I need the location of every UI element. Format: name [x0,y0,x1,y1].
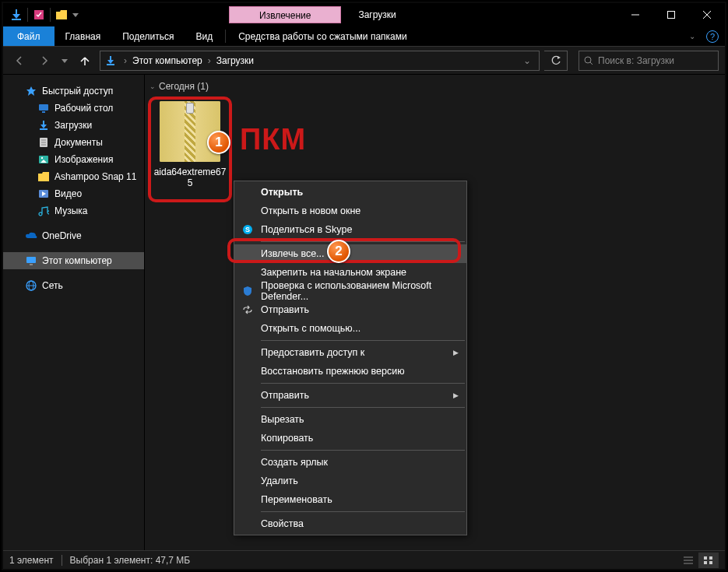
documents-icon [37,136,50,149]
maximize-button[interactable] [653,3,689,26]
content-pane[interactable]: ⌄ Сегодня (1) aida64extreme675 1 ПКМ Отк… [145,75,725,550]
ctx-cut[interactable]: Вырезать [234,410,466,429]
svg-marker-11 [107,60,114,64]
skype-icon: S [241,223,255,237]
forward-button[interactable] [34,51,55,71]
shield-icon [241,284,255,298]
zip-file-icon [160,101,220,162]
quick-access-toolbar [3,6,81,23]
sidebar-ashampoo[interactable]: Ashampoo Snap 11 [3,168,144,185]
ribbon-compressed-tab[interactable]: Средства работы со сжатыми папками [227,26,418,46]
ctx-rename[interactable]: Переименовать [234,490,466,509]
icons-view-icon[interactable] [698,553,719,568]
ctx-label: Извлечь все... [261,248,325,259]
ribbon-home-tab[interactable]: Главная [55,26,112,46]
recent-dropdown-icon[interactable] [59,51,70,71]
ribbon-share-tab[interactable]: Поделиться [111,26,185,46]
share-icon [241,303,255,317]
svg-rect-32 [30,264,33,265]
sidebar-pictures[interactable]: Изображения [3,151,144,168]
svg-rect-42 [709,556,712,560]
ctx-give-access[interactable]: Предоставить доступ к▶ [234,343,466,362]
sidebar-item-label: Рабочий стол [55,103,113,114]
sidebar-this-pc[interactable]: Этот компьютер [3,252,144,269]
ctx-skype[interactable]: S Поделиться в Skype [234,220,466,239]
search-placeholder: Поиск в: Загрузки [598,55,674,66]
ctx-label: Поделиться в Skype [261,224,352,235]
sidebar-videos[interactable]: Видео [3,185,144,202]
svg-line-15 [590,62,593,65]
downloads-folder-icon [104,54,118,68]
sidebar-item-label: Быстрый доступ [42,86,113,97]
file-name-label: aida64extreme675 [153,167,227,188]
address-bar[interactable]: › Этот компьютер › Загрузки ⌄ [100,51,540,71]
ribbon-view-tab[interactable]: Вид [185,26,223,46]
svg-marker-9 [62,59,68,63]
sidebar-item-label: Загрузки [55,120,92,131]
ctx-delete[interactable]: Удалить [234,472,466,490]
sidebar-network[interactable]: Сеть [3,277,144,294]
sidebar-downloads[interactable]: Загрузки [3,117,144,134]
ctx-extract-all[interactable]: Извлечь все... [234,244,466,263]
navigation-bar: › Этот компьютер › Загрузки ⌄ Поиск в: З… [3,47,725,75]
breadcrumb-root[interactable]: Этот компьютер [130,55,205,66]
status-selection: Выбран 1 элемент: 47,7 МБ [70,555,191,566]
svg-marker-16 [26,86,36,96]
file-item-zip[interactable]: aida64extreme675 [153,101,227,188]
chevron-down-icon: ⌄ [149,82,156,90]
svg-marker-4 [72,13,79,17]
svg-rect-41 [704,556,707,560]
sidebar-onedrive[interactable]: OneDrive [3,227,144,244]
sidebar-item-label: Этот компьютер [42,255,112,266]
group-header-today[interactable]: ⌄ Сегодня (1) [148,81,725,92]
back-button[interactable] [9,51,30,71]
ctx-share[interactable]: Отправить [234,300,466,319]
chevron-right-icon[interactable]: › [121,55,130,66]
ctx-send-to[interactable]: Отправить▶ [234,386,466,405]
ctx-create-shortcut[interactable]: Создать ярлык [234,453,466,472]
ctx-label: Предоставить доступ к [261,347,364,358]
ctx-copy[interactable]: Копировать [234,429,466,447]
ctx-open-with[interactable]: Открыть с помощью... [234,319,466,338]
svg-marker-1 [12,14,20,19]
ribbon-expand-icon[interactable]: ⌄ [689,32,695,40]
new-folder-icon[interactable] [53,6,70,23]
refresh-button[interactable] [544,51,568,71]
svg-rect-6 [668,12,675,19]
contextual-tab-label: Извлечение [229,6,341,23]
close-button[interactable] [689,3,725,26]
ribbon-file-tab[interactable]: Файл [3,26,55,46]
ctx-open[interactable]: Открыть [234,183,466,202]
window-title: Загрузки [358,9,396,20]
svg-rect-2 [12,19,21,20]
qat-dropdown-icon[interactable] [70,6,81,23]
minimize-button[interactable] [617,3,653,26]
ctx-label: Создать ярлык [261,457,328,468]
search-input[interactable]: Поиск в: Загрузки [579,51,719,71]
sidebar-documents[interactable]: Документы [3,134,144,151]
search-icon [584,56,593,65]
sidebar-item-label: Документы [55,137,103,148]
ctx-restore-prev[interactable]: Восстановить прежнюю версию [234,362,466,381]
svg-text:S: S [245,226,250,233]
ctx-open-new-window[interactable]: Открыть в новом окне [234,202,466,220]
folder-app-icon [8,6,25,23]
breadcrumb-folder[interactable]: Загрузки [214,55,256,66]
svg-rect-43 [704,561,707,564]
properties-icon[interactable] [30,6,47,23]
onedrive-icon [25,230,37,242]
ctx-defender[interactable]: Проверка с использованием Microsoft Defe… [234,282,466,300]
chevron-right-icon[interactable]: › [205,55,214,66]
sidebar-quick-access[interactable]: Быстрый доступ [3,82,144,100]
ctx-label: Переименовать [261,494,332,505]
ctx-label: Отправить [261,390,309,401]
ribbon-tabs: Файл Главная Поделиться Вид Средства раб… [3,26,725,47]
address-dropdown-icon[interactable]: ⌄ [519,55,536,66]
up-button[interactable] [75,51,95,71]
help-icon[interactable]: ? [706,30,719,43]
sidebar-desktop[interactable]: Рабочий стол [3,100,144,117]
details-view-icon[interactable] [678,553,698,568]
sidebar-music[interactable]: Музыка [3,202,144,219]
ctx-pin-start[interactable]: Закрепить на начальном экране [234,263,466,282]
ctx-properties[interactable]: Свойства [234,514,466,533]
